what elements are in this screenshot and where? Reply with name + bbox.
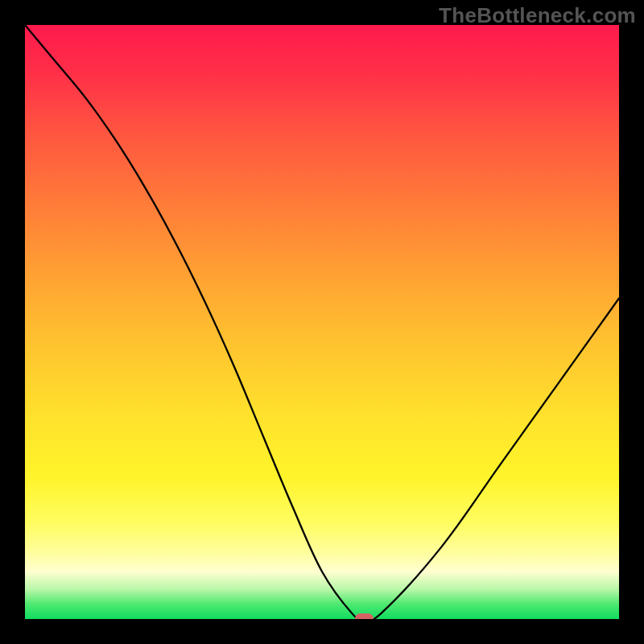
chart-frame: TheBottleneck.com bbox=[0, 0, 644, 644]
curve-path bbox=[25, 25, 619, 619]
plot-area bbox=[25, 25, 619, 619]
optimal-point-marker bbox=[355, 613, 374, 619]
watermark-label: TheBottleneck.com bbox=[439, 3, 636, 28]
bottleneck-curve bbox=[25, 25, 619, 619]
